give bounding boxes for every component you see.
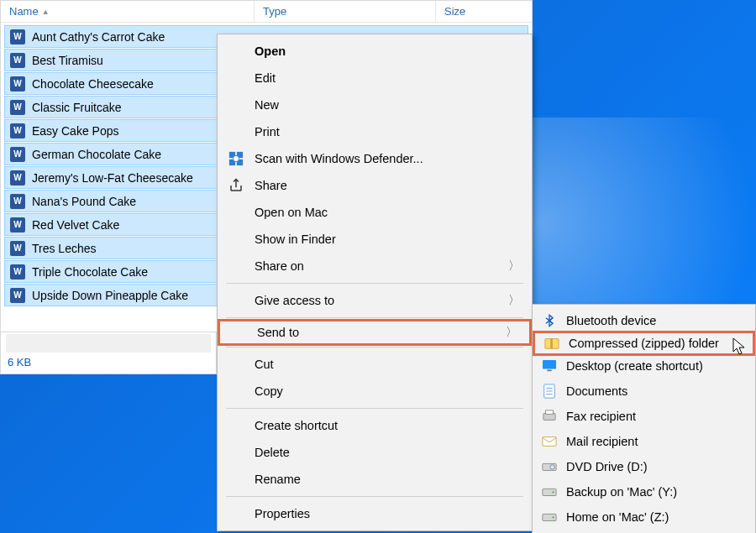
column-header-size[interactable]: Size [436, 1, 532, 22]
ctx-open[interactable]: Open [218, 38, 532, 65]
sendto-compressed-folder[interactable]: Compressed (zipped) folder [533, 331, 755, 356]
ctx-share[interactable]: Share [218, 172, 532, 199]
mail-icon [541, 433, 558, 450]
svg-rect-20 [543, 514, 556, 520]
sort-ascending-icon: ▲ [42, 8, 50, 16]
ctx-scan-defender[interactable]: Scan with Windows Defender... [218, 145, 532, 172]
ctx-create-shortcut[interactable]: Create shortcut [218, 412, 532, 439]
file-name-label: Best Tiramisu [32, 54, 103, 67]
share-icon [228, 177, 244, 194]
ctx-cut[interactable]: Cut [218, 351, 532, 378]
column-headers: Name ▲ Type Size [1, 1, 532, 23]
file-name-label: Upside Down Pineapple Cake [32, 289, 188, 302]
file-name-label: German Chocolate Cake [32, 148, 161, 161]
svg-rect-14 [546, 410, 554, 414]
sendto-desktop-shortcut[interactable]: Desktop (create shortcut) [533, 353, 755, 379]
status-scroll-placeholder [6, 334, 211, 353]
file-name-label: Nana's Pound Cake [32, 195, 136, 208]
word-document-icon: W [10, 194, 25, 209]
sendto-home-mac[interactable]: Home on 'Mac' (Z:) [533, 504, 755, 530]
column-header-size-label: Size [444, 5, 465, 18]
ctx-separator [226, 496, 523, 497]
ctx-show-in-finder[interactable]: Show in Finder [218, 226, 532, 253]
ctx-print[interactable]: Print [218, 118, 532, 145]
bluetooth-icon [541, 312, 558, 329]
documents-icon [541, 383, 558, 400]
word-document-icon: W [10, 53, 25, 68]
svg-point-17 [550, 465, 554, 469]
ctx-delete[interactable]: Delete [218, 439, 532, 466]
ctx-properties[interactable]: Properties [218, 500, 532, 527]
column-header-type-label: Type [263, 5, 286, 18]
svg-rect-8 [547, 369, 551, 371]
file-name-label: Aunt Cathy's Carrot Cake [32, 30, 165, 44]
ctx-share-on[interactable]: Share on〉 [218, 253, 532, 280]
context-menu: Open Edit New Print Scan with Windows De… [217, 34, 533, 531]
sendto-backup-mac[interactable]: Backup on 'Mac' (Y:) [533, 479, 755, 504]
sendto-mail[interactable]: Mail recipient [533, 429, 755, 454]
svg-rect-18 [543, 489, 556, 495]
svg-rect-7 [543, 360, 556, 369]
desktop-icon [541, 358, 558, 374]
word-document-icon: W [10, 264, 25, 280]
word-document-icon: W [10, 100, 25, 115]
file-name-label: Classic Fruitcake [32, 101, 122, 114]
chevron-right-icon: 〉 [508, 259, 520, 274]
word-document-icon: W [10, 288, 25, 303]
dvd-drive-icon [541, 458, 558, 475]
svg-point-19 [552, 491, 554, 493]
svg-rect-6 [550, 339, 553, 349]
svg-point-4 [233, 155, 239, 161]
ctx-rename[interactable]: Rename [218, 466, 532, 493]
defender-icon [228, 150, 244, 167]
ctx-send-to[interactable]: Send to〉 [218, 319, 532, 346]
ctx-edit[interactable]: Edit [218, 65, 532, 91]
file-name-label: Chocolate Cheesecake [32, 77, 154, 91]
ctx-open-on-mac[interactable]: Open on Mac [218, 199, 532, 226]
file-name-label: Red Velvet Cake [32, 218, 119, 232]
network-drive-icon [541, 509, 558, 525]
sendto-bluetooth[interactable]: Bluetooth device [533, 308, 755, 333]
chevron-right-icon: 〉 [506, 325, 517, 340]
word-document-icon: W [10, 241, 25, 256]
file-name-label: Triple Chocolate Cake [32, 265, 148, 279]
ctx-new[interactable]: New [218, 91, 532, 118]
column-header-name[interactable]: Name ▲ [1, 1, 255, 22]
sendto-documents[interactable]: Documents [533, 379, 755, 404]
word-document-icon: W [10, 123, 25, 138]
word-document-icon: W [10, 147, 25, 162]
ctx-separator [226, 408, 523, 409]
word-document-icon: W [10, 217, 25, 233]
ctx-separator [226, 317, 523, 318]
ctx-separator [226, 283, 523, 284]
ctx-copy[interactable]: Copy [218, 378, 532, 405]
ctx-separator [226, 347, 523, 347]
send-to-submenu: Bluetooth device Compressed (zipped) fol… [532, 304, 756, 533]
svg-point-21 [552, 516, 554, 518]
network-drive-icon [541, 483, 558, 500]
sendto-dvd-drive[interactable]: DVD Drive (D:) [533, 454, 755, 479]
word-document-icon: W [10, 29, 25, 44]
column-header-name-label: Name [9, 5, 39, 18]
zip-folder-icon [543, 335, 560, 352]
word-document-icon: W [10, 170, 25, 186]
svg-rect-15 [543, 437, 556, 447]
sendto-fax[interactable]: Fax recipient [533, 404, 755, 429]
chevron-right-icon: 〉 [508, 293, 520, 308]
ctx-give-access-to[interactable]: Give access to〉 [218, 287, 532, 314]
status-size-text: 6 KB [1, 353, 216, 372]
column-header-type[interactable]: Type [255, 1, 436, 22]
fax-icon [541, 408, 558, 425]
file-name-label: Tres Leches [32, 242, 97, 255]
status-strip: 6 KB [0, 332, 217, 374]
file-name-label: Easy Cake Pops [32, 124, 119, 138]
word-document-icon: W [10, 76, 25, 91]
file-name-label: Jeremy's Low-Fat Cheesecake [32, 171, 193, 185]
